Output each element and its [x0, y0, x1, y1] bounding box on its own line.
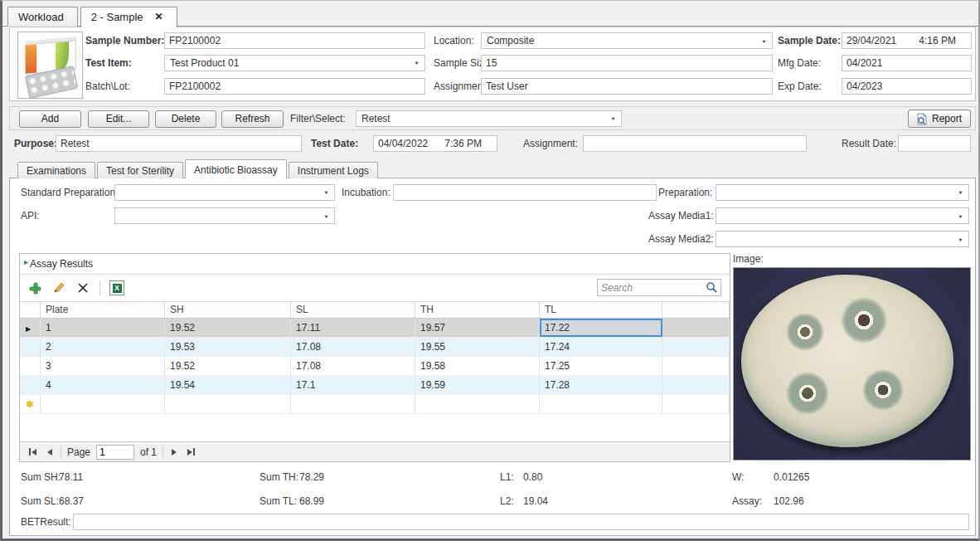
- l2-label: L2:: [500, 493, 514, 509]
- add-row-button[interactable]: [27, 280, 42, 295]
- grid-cell[interactable]: 17.11: [291, 319, 415, 337]
- grid-cell[interactable]: 4: [41, 376, 165, 394]
- exp-date-field[interactable]: [842, 78, 972, 95]
- grid-cell[interactable]: 19.59: [415, 376, 540, 394]
- mfg-date-field[interactable]: [842, 55, 972, 71]
- edit-button[interactable]: Edit...: [88, 110, 149, 128]
- pager-next-button[interactable]: [169, 449, 179, 456]
- bet-result-field[interactable]: [73, 514, 969, 530]
- assay-results-title: Assay Results: [20, 254, 730, 275]
- assay-media2-combobox[interactable]: ▼: [716, 231, 969, 247]
- grid-header-tl[interactable]: TL: [540, 302, 662, 318]
- test-item-combobox[interactable]: Test Product 01 ▼: [164, 55, 425, 71]
- grid-cell[interactable]: [165, 395, 291, 413]
- grid-cell[interactable]: 19.53: [165, 338, 291, 356]
- preparation-combobox[interactable]: ▼: [716, 184, 969, 201]
- grid-cell[interactable]: [291, 395, 415, 413]
- petri-dish: [741, 275, 954, 447]
- filter-select-combobox[interactable]: Retest ▼: [356, 110, 622, 127]
- export-excel-button[interactable]: X: [109, 280, 124, 295]
- table-row[interactable]: 2 19.53 17.08 19.55 17.24: [20, 338, 730, 357]
- sample-size-field[interactable]: [481, 55, 773, 71]
- tab-sample-label: 2 - Sample: [91, 11, 143, 23]
- result-date-field[interactable]: [898, 135, 971, 152]
- add-button[interactable]: Add: [19, 110, 81, 128]
- table-row[interactable]: 4 19.54 17.1 19.59 17.28: [20, 376, 730, 395]
- search-input[interactable]: [598, 282, 706, 294]
- sample-date-field[interactable]: 29/04/2021 4:16 PM: [842, 32, 972, 49]
- w-label: W:: [732, 469, 744, 485]
- location-combobox[interactable]: Composite ▼: [481, 32, 773, 49]
- application-window: Workload 2 - Sample ✕ Sample Number: Tes…: [0, 0, 980, 541]
- sum-tl-label: Sum TL:: [260, 493, 297, 509]
- location-value: Composite: [487, 35, 534, 46]
- toolbar-separator: [99, 280, 100, 295]
- grid-header-sl[interactable]: SL: [291, 302, 415, 318]
- batch-lot-field[interactable]: [164, 78, 425, 95]
- standard-preparation-combobox[interactable]: ▼: [114, 184, 335, 201]
- tab-test-for-sterility[interactable]: Test for Sterility: [97, 162, 183, 178]
- grid-header-sh[interactable]: SH: [165, 302, 291, 318]
- grid-cell[interactable]: 19.54: [165, 376, 291, 394]
- grid-cell: [662, 319, 730, 337]
- grid-cell[interactable]: 19.52: [165, 319, 291, 337]
- search-icon[interactable]: [706, 281, 718, 294]
- pager-first-button[interactable]: [27, 448, 39, 456]
- assignment-field[interactable]: [481, 78, 773, 95]
- detail-tab-strip: Examinations Test for Sterility Antibiot…: [17, 162, 380, 178]
- preparation-label: Preparation:: [658, 184, 712, 201]
- grid-cell[interactable]: [41, 395, 165, 413]
- grid-cell[interactable]: 19.55: [415, 338, 540, 356]
- grid-header-th[interactable]: TH: [415, 302, 540, 318]
- assignment2-label: Assignment:: [523, 135, 578, 152]
- tab-examinations[interactable]: Examinations: [17, 162, 95, 178]
- grid-header-plate[interactable]: Plate: [41, 302, 165, 318]
- sample-number-label: Sample Number:: [85, 32, 164, 49]
- table-row[interactable]: 3 19.52 17.08 19.58 17.25: [20, 357, 730, 376]
- grid-empty-area: [20, 414, 730, 441]
- grid-cell[interactable]: 17.25: [540, 357, 662, 375]
- tab-antibiotic-bioassay[interactable]: Antibiotic Bioassay: [185, 159, 287, 178]
- l2-value: 19.04: [523, 493, 548, 509]
- l1-label: L1:: [500, 469, 514, 485]
- report-button[interactable]: Report: [908, 110, 971, 128]
- refresh-button[interactable]: Refresh: [221, 110, 284, 128]
- pager-prev-button[interactable]: [45, 449, 55, 456]
- close-icon[interactable]: ✕: [155, 11, 163, 22]
- grid-cell-selected[interactable]: 17.22: [540, 319, 662, 337]
- edit-row-button[interactable]: [51, 280, 66, 295]
- pager-page-input[interactable]: [96, 445, 134, 460]
- grid-cell[interactable]: 17.24: [540, 338, 662, 356]
- document-tab-strip: Workload 2 - Sample ✕: [7, 7, 180, 27]
- delete-row-button[interactable]: [75, 280, 90, 295]
- pager-last-button[interactable]: [185, 448, 197, 456]
- purpose-field[interactable]: [56, 135, 302, 152]
- assignment2-field[interactable]: [583, 135, 807, 152]
- test-date-field[interactable]: 04/04/2022 7:36 PM: [373, 135, 497, 152]
- grid-cell[interactable]: 17.1: [291, 376, 415, 394]
- tab-sample[interactable]: 2 - Sample ✕: [80, 7, 177, 27]
- grid-cell[interactable]: 2: [41, 338, 165, 356]
- tab-workload[interactable]: Workload: [7, 7, 78, 27]
- chevron-down-icon: ▼: [958, 236, 963, 241]
- report-button-label: Report: [932, 111, 962, 126]
- grid-cell[interactable]: 17.28: [540, 376, 662, 394]
- sample-number-field[interactable]: [164, 32, 425, 49]
- delete-button[interactable]: Delete: [155, 110, 216, 128]
- tab-instrument-logs[interactable]: Instrument Logs: [289, 162, 378, 178]
- assay-media1-combobox[interactable]: ▼: [716, 207, 969, 224]
- grid-cell[interactable]: 19.58: [415, 357, 540, 375]
- grid-cell[interactable]: 17.08: [291, 357, 415, 375]
- grid-cell[interactable]: [540, 395, 662, 413]
- pager-separator: [61, 446, 61, 458]
- grid-cell[interactable]: 17.08: [291, 338, 415, 356]
- grid-cell[interactable]: 19.57: [415, 319, 540, 337]
- new-row[interactable]: ✱▸: [20, 395, 730, 414]
- grid-cell[interactable]: 19.52: [165, 357, 291, 375]
- grid-cell[interactable]: 3: [41, 357, 165, 375]
- table-row[interactable]: ▶ 1 19.52 17.11 19.57 17.22: [20, 319, 730, 338]
- grid-cell[interactable]: [415, 395, 540, 413]
- api-combobox[interactable]: ▼: [114, 207, 335, 224]
- grid-cell[interactable]: 1: [41, 319, 165, 337]
- incubation-field[interactable]: [393, 184, 657, 201]
